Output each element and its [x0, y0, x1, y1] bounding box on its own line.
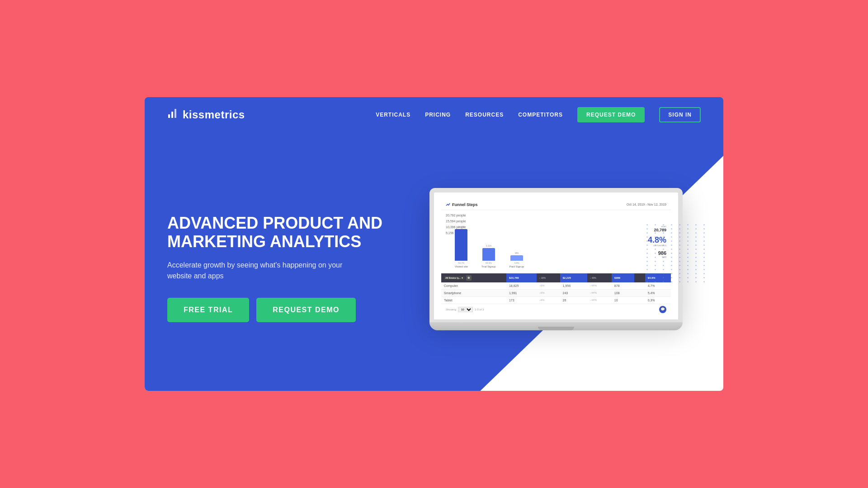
free-trial-button[interactable]: FREE TRIAL	[167, 298, 249, 322]
computer-p3	[634, 282, 645, 290]
tablet-v2: 26	[560, 296, 587, 304]
logo-text: kissmetrics	[183, 108, 245, 121]
hero-left: ADVANCED PRODUCT AND MARKETING ANALYTICS…	[167, 205, 393, 323]
chart-labels: 20,792 people 15,594 people 10,396 peopl…	[446, 214, 639, 235]
navbar: kissmetrics VERTICALS PRICING RESOURCES …	[145, 97, 723, 132]
showing-label: Showing	[446, 308, 456, 311]
device-smartphone: Smartphone	[441, 289, 506, 296]
logo-icon	[167, 108, 178, 122]
nav-sign-in-button[interactable]: SIGN IN	[659, 107, 701, 122]
table-row-computer: Computer 18,825 ~0% 1,956 ~44% 878 4.7%	[441, 282, 671, 290]
computer-v3: 878	[612, 282, 634, 290]
device-computer: Computer	[441, 282, 506, 290]
smartphone-v3: 108	[612, 289, 634, 296]
bar-trial-signup: 3,225 44.9% Trial Signup	[481, 244, 496, 268]
computer-p1: ~0%	[537, 282, 560, 290]
dashboard-date-range: Oct 14, 2019 - Nov 12, 2019	[627, 203, 666, 206]
bar-paid-signup: 986 4.8% Paid Signup	[509, 252, 524, 268]
table-row-tablet: Tablet 173 ~6% 26 ~44% 10 0.3%	[441, 296, 671, 304]
th-paid-empty	[634, 273, 645, 282]
dashboard-footer: Showing 10 1-3 of 3 💬	[441, 304, 671, 315]
nav-resources[interactable]: RESOURCES	[465, 112, 504, 118]
th-visited-pct: ~ 10%	[537, 273, 560, 282]
dashboard-chart-area: 20,792 people 15,594 people 10,396 peopl…	[441, 210, 671, 273]
nav-pricing[interactable]: PRICING	[425, 112, 451, 118]
tablet-v3: 10	[612, 296, 634, 304]
th-device: All Device ty... ▼ ⚙	[441, 273, 506, 282]
dashboard-table: All Device ty... ▼ ⚙ $20,789 ~ 10% $2,22…	[441, 273, 671, 304]
nav-request-demo-button[interactable]: REQUEST DEMO	[577, 107, 645, 122]
chart-left: 20,792 people 15,594 people 10,396 peopl…	[446, 214, 639, 270]
computer-p2: ~44%	[587, 282, 612, 290]
laptop-mockup: Funnel Steps Oct 14, 2019 - Nov 12, 2019…	[429, 188, 683, 330]
svg-rect-1	[171, 112, 173, 118]
table-header-row: All Device ty... ▼ ⚙ $20,789 ~ 10% $2,22…	[441, 273, 671, 282]
computer-v1: 18,825	[506, 282, 537, 290]
bar-visited-site: 20,789 50.7% Visited site	[455, 225, 468, 268]
svg-rect-3	[697, 372, 701, 379]
hero-title: ADVANCED PRODUCT AND MARKETING ANALYTICS	[167, 214, 384, 251]
hero-content: ADVANCED PRODUCT AND MARKETING ANALYTICS…	[145, 132, 723, 391]
table-row-smartphone: Smartphone 1,991 ~0% 243 ~44% 108 5.4%	[441, 289, 671, 296]
dashboard-header: Funnel Steps Oct 14, 2019 - Nov 12, 2019	[441, 200, 671, 210]
people-label-3: 10,396 people	[446, 225, 639, 229]
people-label-2: 15,594 people	[446, 220, 639, 223]
svg-rect-0	[168, 114, 170, 118]
smartphone-p2: ~44%	[587, 289, 612, 296]
th-trial-pct: ~ 44%	[587, 273, 612, 282]
svg-rect-4	[703, 367, 707, 379]
smartphone-p3	[634, 289, 645, 296]
device-tablet: Tablet	[441, 296, 506, 304]
tablet-p2: ~44%	[587, 296, 612, 304]
dashboard: Funnel Steps Oct 14, 2019 - Nov 12, 2019…	[441, 200, 671, 315]
nav-links: VERTICALS PRICING RESOURCES COMPETITORS …	[376, 107, 701, 122]
computer-v2: 1,956	[560, 282, 587, 290]
dot-pattern: // Generate dots inline for(let i=0; i<1…	[646, 224, 701, 314]
smartphone-p1: ~0%	[537, 289, 560, 296]
nav-verticals[interactable]: VERTICALS	[376, 112, 410, 118]
nav-competitors[interactable]: COMPETITORS	[518, 112, 563, 118]
people-label-1: 20,792 people	[446, 214, 639, 217]
page-count: 1-3 of 3	[475, 308, 484, 311]
laptop-screen: Funnel Steps Oct 14, 2019 - Nov 12, 2019…	[429, 188, 683, 322]
svg-rect-2	[175, 109, 176, 118]
people-label-4: 5,156 people	[446, 231, 639, 235]
rows-per-page-select[interactable]: 10	[458, 307, 473, 312]
smartphone-v2: 243	[560, 289, 587, 296]
laptop-base	[429, 322, 683, 330]
hero-request-demo-button[interactable]: REQUEST DEMO	[256, 298, 356, 322]
tablet-p1: ~6%	[537, 296, 560, 304]
th-visited: $20,789	[506, 273, 537, 282]
hero-buttons: FREE TRIAL REQUEST DEMO	[167, 298, 393, 322]
page-wrapper: kissmetrics VERTICALS PRICING RESOURCES …	[145, 97, 723, 391]
th-trial: $2,225	[560, 273, 587, 282]
th-paid: $986	[612, 273, 634, 282]
logo[interactable]: kissmetrics	[167, 108, 245, 122]
smartphone-v1: 1,991	[506, 289, 537, 296]
dashboard-title: Funnel Steps	[446, 202, 478, 207]
tablet-v1: 173	[506, 296, 537, 304]
hero-right: // Generate dots inline for(let i=0; i<1…	[411, 197, 701, 330]
svg-rect-5	[710, 364, 713, 379]
tablet-p3	[634, 296, 645, 304]
bottom-right-chart-icon	[696, 363, 714, 382]
hero-subtitle: Accelerate growth by seeing what's happe…	[167, 260, 357, 282]
